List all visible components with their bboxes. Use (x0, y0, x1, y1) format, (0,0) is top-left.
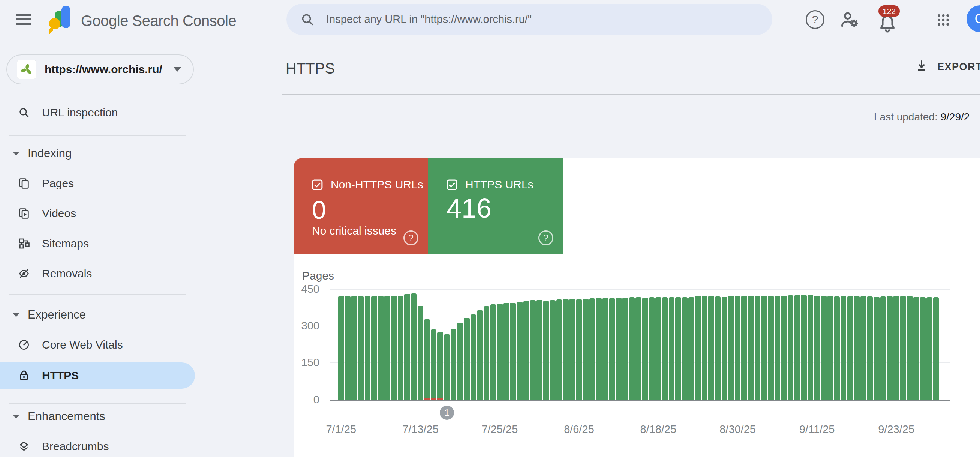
app-logo[interactable]: Google Search Console (49, 6, 236, 36)
apps-grid-icon[interactable] (936, 13, 951, 29)
checkbox-checked-icon[interactable] (311, 179, 323, 191)
bar (893, 296, 899, 399)
bar (920, 297, 926, 399)
bar (550, 300, 555, 400)
search-console-logo-icon (49, 6, 73, 36)
sidebar-item-label: Videos (42, 207, 76, 220)
non-https-urls-card[interactable]: Non-HTTPS URLs 0 No critical issues ? (294, 158, 428, 254)
bar (510, 303, 516, 399)
chevron-down-icon (173, 67, 181, 72)
bar-chart-plot (338, 289, 945, 399)
sidebar-item-breadcrumbs[interactable]: Breadcrumbs (0, 435, 194, 457)
bar (490, 304, 496, 399)
site-favicon (17, 60, 37, 79)
divider (10, 403, 186, 404)
bar (808, 295, 813, 399)
user-settings-icon[interactable] (839, 9, 861, 32)
eye-off-icon (18, 267, 30, 280)
breadcrumbs-layers-icon (18, 440, 30, 453)
bar (887, 296, 892, 399)
sidebar-item-url-inspection[interactable]: URL inspection (0, 101, 194, 125)
bar (761, 296, 767, 399)
bar (543, 300, 549, 399)
divider (10, 136, 186, 136)
https-urls-card[interactable]: HTTPS URLs 416 ? (428, 158, 563, 254)
x-tick-label: 9/23/25 (878, 423, 915, 436)
videos-icon (18, 207, 30, 220)
sidebar-item-removals[interactable]: Removals (0, 262, 194, 286)
sidebar-item-sitemaps[interactable]: Sitemaps (0, 232, 194, 256)
bar (715, 296, 721, 399)
account-avatar[interactable]: O (967, 5, 980, 32)
checkbox-checked-icon[interactable] (446, 179, 458, 191)
y-tick-label: 150 (285, 356, 320, 369)
card-value: 416 (447, 193, 492, 224)
bar (378, 296, 384, 399)
bar (563, 299, 569, 399)
url-inspect-search-bar[interactable] (286, 4, 772, 35)
bar (675, 297, 681, 399)
bar (464, 318, 470, 399)
help-icon[interactable]: ? (538, 230, 554, 245)
bar (768, 296, 774, 399)
bar (827, 296, 834, 399)
sidebar-item-label: URL inspection (42, 106, 118, 119)
divider (282, 94, 980, 94)
search-icon (300, 12, 315, 27)
bar (457, 323, 463, 399)
bar (576, 299, 582, 399)
bar (708, 296, 714, 399)
bar (847, 296, 853, 399)
bar (503, 303, 509, 399)
bar (688, 297, 694, 399)
bar (907, 296, 913, 399)
bar (861, 296, 866, 399)
sidebar-item-label: Breadcrumbs (42, 440, 109, 453)
y-tick-label: 450 (285, 283, 320, 295)
bar (695, 296, 701, 399)
help-icon[interactable]: ? (806, 10, 824, 29)
sidebar-item-https-selected[interactable]: HTTPS (0, 363, 195, 389)
chevron-down-icon (13, 415, 19, 419)
bar (497, 304, 503, 399)
sidebar-section-indexing[interactable]: Indexing (0, 141, 194, 165)
google-search-console-app: Google Search Console ? 122 (0, 0, 980, 457)
chevron-down-icon (13, 152, 19, 156)
x-tick-label: 7/13/25 (402, 423, 439, 436)
sidebar-section-experience[interactable]: Experience (0, 303, 194, 327)
page-title: HTTPS (286, 60, 335, 77)
bar (900, 296, 906, 399)
bar (840, 296, 846, 399)
bar (484, 306, 490, 399)
bar (365, 296, 371, 399)
bar (933, 297, 939, 399)
bar (477, 310, 483, 399)
bar (609, 298, 615, 399)
bar (629, 297, 635, 399)
x-tick-label: 8/30/25 (719, 423, 756, 436)
sidebar-section-enhancements[interactable]: Enhancements (0, 404, 194, 428)
section-label: Experience (28, 308, 86, 321)
search-input[interactable] (325, 13, 758, 26)
sidebar-item-pages[interactable]: Pages (0, 171, 194, 195)
sidebar-item-videos[interactable]: Videos (0, 201, 194, 225)
bar (345, 296, 351, 399)
download-icon (915, 59, 928, 74)
bar (854, 296, 860, 399)
sitemaps-icon (18, 237, 30, 250)
property-selector[interactable]: https://www.orchis.ru/ (6, 54, 194, 85)
chart-annotation-marker[interactable]: 1 (440, 406, 454, 420)
hamburger-menu-icon[interactable] (16, 14, 32, 25)
bar (741, 296, 747, 399)
bar (582, 299, 589, 399)
y-tick-label: 300 (285, 320, 320, 332)
export-button[interactable]: EXPORT (915, 56, 980, 77)
bar (622, 297, 628, 399)
bar (649, 297, 655, 399)
help-icon[interactable]: ? (403, 230, 418, 245)
sidebar-item-core-web-vitals[interactable]: Core Web Vitals (0, 333, 194, 357)
bar (371, 296, 377, 399)
property-url: https://www.orchis.ru/ (45, 63, 162, 76)
bar (834, 296, 840, 399)
bar (471, 315, 477, 400)
